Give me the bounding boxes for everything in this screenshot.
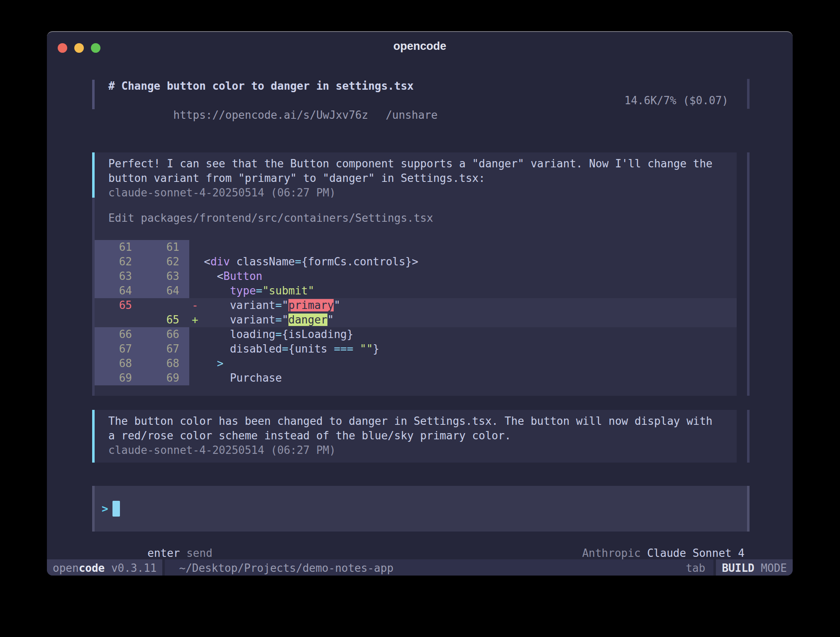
model-label: Claude Sonnet 4 bbox=[641, 547, 745, 559]
diff-row: 6868 > bbox=[95, 356, 737, 371]
titlebar[interactable]: opencode bbox=[47, 32, 793, 59]
desktop: opencode # Change button color to danger… bbox=[0, 0, 840, 637]
diff-new-lineno: 65 bbox=[142, 313, 189, 327]
app-name-code: code bbox=[79, 562, 105, 574]
code-token: = bbox=[256, 284, 263, 297]
diff-old-lineno: 64 bbox=[95, 284, 142, 298]
diff-code: loading={isLoading} bbox=[189, 327, 737, 342]
tab-hint: tab bbox=[686, 562, 705, 574]
text-cursor bbox=[112, 501, 120, 517]
session-header: # Change button color to danger in setti… bbox=[92, 79, 747, 110]
code-token: = bbox=[282, 343, 288, 355]
token-stats: 14.6K/7% ($0.07) bbox=[625, 93, 728, 108]
diff-old-lineno bbox=[95, 313, 142, 327]
diff-code: <Button bbox=[189, 269, 737, 284]
diff-new-lineno: 66 bbox=[142, 327, 189, 342]
diff-marker: - bbox=[192, 298, 198, 313]
message-line: The button color has been changed to dan… bbox=[108, 414, 728, 429]
diff-code: - variant="primary" bbox=[189, 298, 737, 313]
code-token: } bbox=[373, 343, 379, 355]
code-token: variant bbox=[191, 299, 276, 311]
diff-old-lineno: 66 bbox=[95, 327, 142, 342]
status-bar: opencode v0.3.11 ~/Desktop/Projects/demo… bbox=[47, 559, 793, 576]
code-token: type bbox=[230, 284, 256, 297]
code-token: === bbox=[334, 343, 353, 355]
provider-label: Anthropic bbox=[582, 547, 641, 559]
send-hint-label: send bbox=[180, 547, 212, 559]
message-right-rail bbox=[747, 410, 750, 463]
code-token: loading bbox=[191, 328, 276, 341]
code-token: = bbox=[276, 314, 282, 326]
diff-row: 6262 <div className={formCs.controls}> bbox=[95, 255, 737, 269]
diff-new-lineno: 67 bbox=[142, 342, 189, 356]
diff-row: 65+ variant="danger" bbox=[95, 313, 737, 327]
diff-code: type="submit" bbox=[189, 284, 737, 298]
diff-row: 6464 type="submit" bbox=[95, 284, 737, 298]
share-url[interactable]: https://opencode.ai/s/UwJxv76z bbox=[173, 109, 369, 121]
assistant-message: The button color has been changed to dan… bbox=[92, 410, 737, 463]
code-token: = bbox=[295, 255, 301, 268]
footer-hints: enter send Anthropic Claude Sonnet 4 bbox=[47, 532, 793, 546]
statusbar-middle: ~/Desktop/Projects/demo-notes-app tab bbox=[165, 559, 713, 576]
mode-suffix: MODE bbox=[755, 562, 787, 574]
diff-code: <div className={formCs.controls}> bbox=[189, 255, 737, 269]
code-token: {units bbox=[288, 343, 334, 355]
code-token: Button bbox=[223, 270, 262, 282]
code-token: < bbox=[191, 270, 223, 282]
diff-new-lineno: 63 bbox=[142, 269, 189, 284]
diff-row: 6363 <Button bbox=[95, 269, 737, 284]
diff-old-lineno: 61 bbox=[95, 240, 142, 255]
diff-new-lineno: 62 bbox=[142, 255, 189, 269]
diff-old-lineno: 63 bbox=[95, 269, 142, 284]
diff-marker: + bbox=[192, 313, 198, 327]
message-line: a red/rose color scheme instead of the b… bbox=[108, 429, 728, 443]
window-title: opencode bbox=[47, 40, 793, 53]
cwd-path: ~/Desktop/Projects/demo-notes-app bbox=[179, 562, 393, 574]
diff-old-lineno: 69 bbox=[95, 371, 142, 385]
app-version: v0.3.11 bbox=[105, 562, 156, 574]
diff-code: Purchase bbox=[189, 371, 737, 385]
diff-new-lineno: 68 bbox=[142, 356, 189, 371]
code-token: div bbox=[210, 255, 230, 268]
code-token: " bbox=[282, 299, 288, 311]
diff-old-lineno: 68 bbox=[95, 356, 142, 371]
code-token: " bbox=[282, 314, 288, 326]
diff-code bbox=[189, 240, 737, 255]
diff-old-lineno: 67 bbox=[95, 342, 142, 356]
prompt-input[interactable]: > bbox=[92, 486, 750, 532]
opencode-window: opencode # Change button color to danger… bbox=[47, 31, 793, 576]
app-name-open: open bbox=[53, 562, 79, 574]
code-token: className bbox=[230, 255, 295, 268]
code-token: > bbox=[217, 357, 224, 370]
message-right-rail bbox=[747, 152, 750, 205]
diff-old-lineno: 62 bbox=[95, 255, 142, 269]
diff-table: 61616262 <div className={formCs.controls… bbox=[95, 240, 737, 385]
diff-new-lineno: 61 bbox=[142, 240, 189, 255]
diff-code: + variant="danger" bbox=[189, 313, 737, 327]
enter-key-hint: enter bbox=[147, 547, 180, 559]
edit-tool-title: Edit packages/frontend/src/containers/Se… bbox=[108, 211, 737, 225]
diff-row: 6161 bbox=[95, 240, 737, 255]
message-meta: claude-sonnet-4-20250514 (06:27 PM) bbox=[108, 443, 728, 458]
app-version-chip: opencode v0.3.11 bbox=[47, 559, 162, 576]
diff-row: 6767 disabled={units === ""} bbox=[95, 342, 737, 356]
header-right-rail bbox=[747, 79, 750, 109]
diff-new-lineno: 69 bbox=[142, 371, 189, 385]
build-mode-chip: BUILD MODE bbox=[716, 559, 793, 576]
diff-code: > bbox=[189, 356, 737, 371]
code-token: Purchase bbox=[191, 372, 282, 384]
edit-right-rail bbox=[747, 198, 750, 396]
code-token: primary bbox=[288, 299, 334, 311]
code-token: {isLoading} bbox=[282, 328, 353, 341]
code-token: "" bbox=[360, 343, 373, 355]
unshare-command[interactable]: /unshare bbox=[386, 109, 437, 121]
code-token bbox=[191, 284, 230, 297]
code-token: variant bbox=[191, 314, 276, 326]
edit-tool-card: Edit packages/frontend/src/containers/Se… bbox=[92, 198, 737, 396]
code-token: danger bbox=[288, 314, 327, 326]
code-token bbox=[353, 343, 360, 355]
session-title: # Change button color to danger in setti… bbox=[108, 79, 747, 93]
mode-name: BUILD bbox=[722, 562, 754, 574]
diff-row: 6666 loading={isLoading} bbox=[95, 327, 737, 342]
code-token: "submit" bbox=[262, 284, 314, 297]
